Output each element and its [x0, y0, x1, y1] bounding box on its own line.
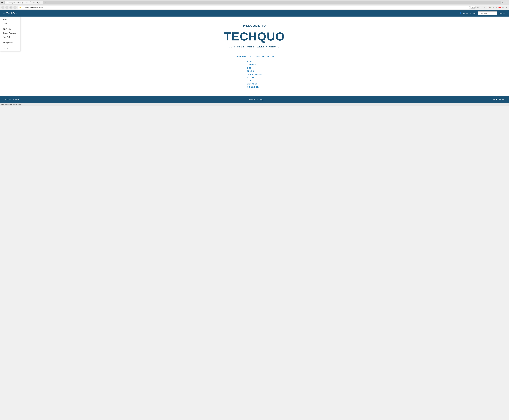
- dropdown-item-change-password[interactable]: Change Password: [0, 31, 20, 35]
- main-content: WELCOME TO TECHQUO JOIN US; IT ONLY TAKE…: [0, 16, 509, 96]
- search-input[interactable]: [478, 11, 497, 15]
- login-button[interactable]: → Login: [470, 12, 476, 14]
- forward-button[interactable]: ›: [5, 6, 8, 9]
- adblock-icon[interactable]: ABP: [498, 6, 501, 9]
- menu-icon[interactable]: ☰: [505, 6, 508, 9]
- footer-divider: ||: [257, 99, 258, 100]
- tab-close-github[interactable]: ×: [30, 2, 30, 3]
- lock-icon: 🔒: [19, 7, 21, 8]
- welcome-to-heading: WELCOME TO: [3, 24, 506, 28]
- pinterest-icon[interactable]: ⊕: [502, 98, 504, 101]
- back-button[interactable]: ‹: [1, 6, 4, 9]
- new-tab-button[interactable]: +: [44, 1, 47, 4]
- facebook-icon[interactable]: f: [492, 98, 492, 101]
- tags-list: HTML PYTHON CSS JFLEX FRAMEWORK AZURE GU…: [247, 60, 262, 88]
- dropdown-item-home[interactable]: Home: [0, 18, 20, 22]
- url-dropdown-icon[interactable]: ▾: [468, 7, 468, 8]
- search-button-label: Search: [499, 12, 505, 14]
- browser-tab-github[interactable]: ⊙ rastogimitanshi/TechQuo-Tech… ×: [5, 1, 30, 4]
- dropdown-item-login[interactable]: Login: [0, 22, 20, 25]
- signup-label: Sign Up: [462, 12, 468, 14]
- dropdown-item-edit-profile[interactable]: Edit Profile: [0, 27, 20, 31]
- footer-link-about[interactable]: About Us: [249, 99, 255, 100]
- tag-jflex[interactable]: JFLEX: [247, 70, 254, 72]
- tab-close-home[interactable]: ×: [41, 2, 41, 4]
- bookmark-icon[interactable]: ☆: [483, 6, 486, 9]
- footer-social: f ⊕ ✦ G+ ⊕: [492, 98, 504, 101]
- extensions-icon[interactable]: ⚙: [495, 6, 498, 9]
- dropdown-item-view-profile[interactable]: View Profile: [0, 35, 20, 39]
- site-name-large: TECHQUO: [3, 30, 506, 43]
- tag-css[interactable]: CSS: [247, 67, 252, 69]
- browser-tab-home[interactable]: Home Page ×: [31, 1, 43, 4]
- search-button[interactable]: Search: [497, 11, 506, 15]
- trending-section: VIEW THE TOP TRENDING TAGS! HTML PYTHON …: [3, 56, 506, 88]
- maximize-button[interactable]: □: [504, 1, 505, 4]
- twitter-icon[interactable]: ✦: [496, 98, 497, 101]
- login-label: Login: [472, 12, 476, 14]
- reload-button[interactable]: ↻: [9, 6, 13, 9]
- tab-favicon: ⊙: [7, 2, 8, 4]
- close-button[interactable]: ✕: [506, 1, 508, 4]
- tag-python[interactable]: PYTHON: [247, 64, 256, 66]
- github-icon: ⊙: [1, 1, 3, 4]
- tag-framework[interactable]: FRAMEWORK: [247, 73, 262, 75]
- dropdown-menu: Home Login Edit Profile Change Password …: [0, 16, 20, 51]
- dropdown-item-logout[interactable]: Log Out: [0, 46, 20, 50]
- tagline: JOIN US; IT ONLY TAKES A MINUTE: [3, 46, 506, 48]
- zoom-level[interactable]: 90%: [471, 6, 476, 8]
- dropdown-divider-3: [0, 45, 20, 45]
- footer-copyright: © Team- TECHQUO: [5, 98, 20, 100]
- tag-html[interactable]: HTML: [247, 60, 253, 63]
- googleplus-icon[interactable]: G+: [498, 98, 501, 101]
- footer-link-faq[interactable]: FAQ: [260, 99, 263, 100]
- home-button[interactable]: ⌂: [14, 6, 16, 9]
- shield-icon[interactable]: 🛡: [480, 6, 483, 9]
- status-bar: localhost:8080/TechQuo/login.jsp: [0, 103, 509, 105]
- mail-icon[interactable]: ✉: [502, 6, 504, 9]
- tab-home-label: Home Page: [33, 2, 40, 4]
- status-url: localhost:8080/TechQuo/login.jsp: [1, 104, 22, 105]
- tag-gui[interactable]: GUI: [247, 80, 251, 82]
- more-options-icon[interactable]: •••: [476, 6, 479, 9]
- login-icon: →: [470, 12, 472, 14]
- signup-button[interactable]: 👤 Sign Up: [459, 12, 468, 14]
- trending-title: VIEW THE TOP TRENDING TAGS!: [3, 56, 506, 58]
- site-title: TechQuo: [7, 12, 459, 15]
- library-icon[interactable]: 📚: [488, 6, 491, 9]
- dropdown-divider-2: [0, 40, 20, 40]
- url-text: localhost:8080/TechQuo/Home.jsp: [22, 7, 467, 8]
- reddit-icon[interactable]: ⊕: [493, 98, 495, 101]
- dropdown-divider-1: [0, 26, 20, 26]
- hamburger-menu-button[interactable]: ≡: [3, 11, 6, 15]
- dropdown-item-post-question[interactable]: Post Question: [0, 41, 20, 45]
- tag-azure[interactable]: AZURE: [247, 76, 255, 78]
- tab-label: rastogimitanshi/TechQuo-Tech…: [9, 2, 29, 4]
- user-icon: 👤: [459, 12, 461, 14]
- minimize-button[interactable]: ─: [502, 1, 503, 4]
- tag-mongodb[interactable]: MONGODB: [247, 86, 259, 88]
- collections-icon[interactable]: □: [492, 6, 494, 9]
- hamburger-icon: ≡: [3, 12, 5, 15]
- site-footer: © Team- TECHQUO About Us || FAQ f ⊕ ✦ G+…: [0, 96, 509, 103]
- tag-servlet[interactable]: SERVLET: [247, 83, 258, 85]
- footer-links: About Us || FAQ: [249, 99, 263, 100]
